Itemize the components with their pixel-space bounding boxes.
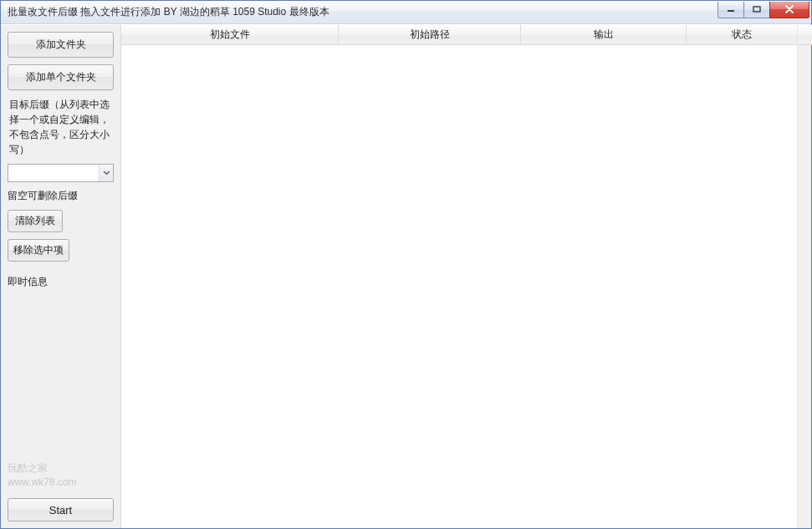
empty-hint-label: 留空可删除后缀 [8, 189, 114, 203]
start-button[interactable]: Start [8, 498, 114, 521]
maximize-icon [753, 6, 761, 13]
table-header: 初始文件 初始路径 输出 状态 [121, 25, 797, 45]
vertical-scrollbar[interactable] [797, 25, 811, 528]
main-panel: 初始文件 初始路径 输出 状态 [120, 25, 811, 528]
window-title: 批量改文件后缀 拖入文件进行添加 BY 湖边的稻草 1059 Studio 最终… [8, 5, 718, 19]
realtime-info-label: 即时信息 [8, 275, 114, 289]
close-icon [784, 5, 794, 13]
window-controls [718, 2, 809, 18]
maximize-button[interactable] [743, 2, 770, 18]
column-header-initial-path[interactable]: 初始路径 [339, 25, 521, 44]
add-single-file-button[interactable]: 添加单个文件夹 [8, 64, 114, 90]
watermark-line1: 玩酷之家 [8, 461, 77, 476]
client-area: 添加文件夹 添加单个文件夹 目标后缀（从列表中选择一个或自定义编辑，不包含点号，… [1, 24, 811, 528]
svg-rect-0 [728, 10, 734, 12]
watermark: 玩酷之家 www.wk78.com [8, 461, 77, 490]
chevron-down-icon [99, 165, 113, 181]
sidebar: 添加文件夹 添加单个文件夹 目标后缀（从列表中选择一个或自定义编辑，不包含点号，… [1, 25, 120, 528]
svg-rect-1 [753, 7, 760, 12]
clear-list-button[interactable]: 清除列表 [8, 210, 63, 232]
app-window: 批量改文件后缀 拖入文件进行添加 BY 湖边的稻草 1059 Studio 最终… [0, 0, 812, 529]
suffix-combobox[interactable] [8, 164, 114, 182]
add-folder-button[interactable]: 添加文件夹 [8, 32, 114, 58]
column-header-initial-file[interactable]: 初始文件 [121, 25, 339, 44]
table-body[interactable] [121, 45, 797, 528]
column-header-status[interactable]: 状态 [687, 25, 797, 44]
titlebar[interactable]: 批量改文件后缀 拖入文件进行添加 BY 湖边的稻草 1059 Studio 最终… [1, 1, 811, 24]
column-header-output[interactable]: 输出 [521, 25, 687, 44]
minimize-icon [727, 6, 735, 13]
scrollbar-corner [798, 25, 812, 45]
minimize-button[interactable] [718, 2, 744, 18]
close-button[interactable] [769, 2, 809, 18]
watermark-line2: www.wk78.com [8, 476, 77, 490]
remove-selected-button[interactable]: 移除选中项 [8, 239, 69, 262]
target-suffix-label: 目标后缀（从列表中选择一个或自定义编辑，不包含点号，区分大小写） [8, 97, 114, 157]
